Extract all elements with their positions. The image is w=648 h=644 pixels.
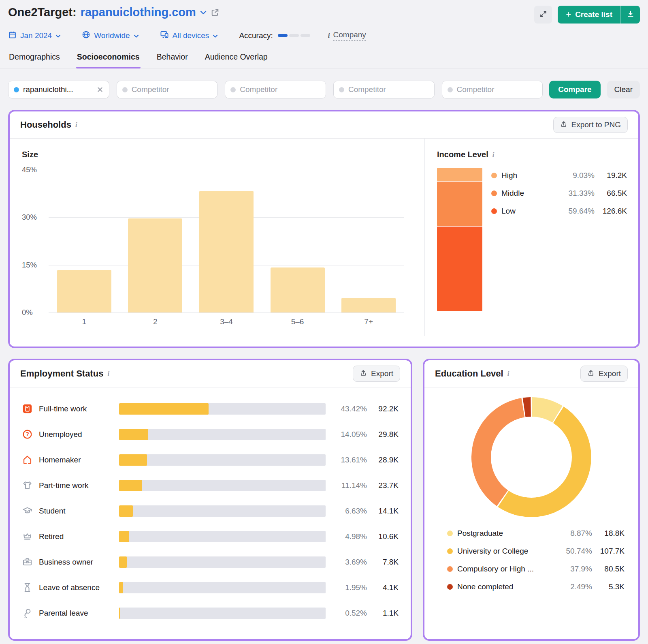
accuracy-indicator: Accuracy: — [239, 31, 310, 40]
competitor-input[interactable]: Competitor — [225, 81, 326, 98]
households-title: Households — [20, 120, 71, 130]
employment-bar[interactable] — [119, 608, 326, 619]
employment-status-panel: Employment Status i Export Full-time wor… — [8, 359, 412, 641]
tab-bar: DemographicsSocioeconomicsBehaviorAudien… — [0, 51, 648, 68]
date-filter[interactable]: Jan 2024 — [8, 30, 61, 41]
calendar-icon — [8, 30, 17, 41]
briefcase-icon — [22, 556, 34, 567]
tab-socioeconomics[interactable]: Socioeconomics — [76, 51, 141, 68]
selected-domain-chip[interactable]: rapanuiclothi... — [8, 81, 109, 98]
download-button[interactable] — [620, 6, 640, 24]
company-link[interactable]: Company — [333, 30, 366, 41]
size-chart-x-labels: 123–45–67+ — [49, 317, 404, 326]
legend-label: None completed — [457, 582, 555, 591]
competitor-input[interactable]: Competitor — [333, 81, 435, 98]
accuracy-label: Accuracy: — [239, 31, 273, 40]
clear-button[interactable]: Clear — [607, 81, 640, 98]
employment-bar[interactable] — [119, 505, 326, 517]
employment-bar[interactable] — [119, 454, 326, 466]
legend-percent: 2.49% — [555, 582, 592, 591]
size-bar-2[interactable] — [128, 218, 182, 312]
y-axis-tick: 45% — [22, 165, 43, 174]
tab-demographics[interactable]: Demographics — [8, 51, 61, 68]
expand-icon — [539, 10, 547, 19]
legend-count: 19.2K — [595, 171, 627, 180]
employment-bar-fill — [119, 505, 133, 517]
date-filter-value: Jan 2024 — [20, 31, 52, 40]
income-segment-middle[interactable] — [437, 182, 482, 226]
employment-count: 10.6K — [367, 532, 399, 541]
size-bars — [49, 170, 404, 312]
rattle-icon — [22, 608, 34, 618]
competitor-input[interactable]: Competitor — [442, 81, 543, 98]
create-list-button[interactable]: + Create list — [558, 6, 620, 24]
employment-count: 7.8K — [367, 558, 399, 567]
legend-count: 80.5K — [592, 565, 625, 573]
legend-count: 18.8K — [592, 529, 625, 538]
tab-behavior[interactable]: Behavior — [156, 51, 189, 68]
home-icon — [22, 454, 34, 465]
employment-bar[interactable] — [119, 556, 326, 568]
chevron-down-icon[interactable] — [200, 11, 207, 15]
legend-dot — [447, 531, 453, 536]
tab-audience-overlap[interactable]: Audience Overlap — [204, 51, 269, 68]
expand-button[interactable] — [534, 6, 552, 24]
chevron-down-icon — [55, 31, 61, 40]
info-icon[interactable]: i — [507, 370, 509, 378]
employment-bar[interactable] — [119, 429, 326, 440]
upload-icon — [560, 120, 567, 130]
size-bar-3–4[interactable] — [199, 191, 254, 312]
region-filter[interactable]: Worldwide — [82, 30, 139, 41]
legend-percent: 31.33% — [557, 189, 595, 198]
employment-bar[interactable] — [119, 531, 326, 542]
compare-button[interactable]: Compare — [549, 81, 600, 98]
competitor-color-dot — [448, 87, 453, 92]
target-domain-link[interactable]: rapanuiclothing.com — [81, 6, 196, 19]
employment-percent: 3.69% — [326, 558, 367, 567]
income-segment-high[interactable] — [437, 168, 482, 181]
x-axis-label: 2 — [120, 317, 191, 326]
employment-export-button[interactable]: Export — [353, 366, 400, 382]
education-legend: Postgraduate8.87%18.8KUniversity or Coll… — [447, 526, 625, 631]
hourglass-icon — [22, 582, 34, 593]
employment-count: 92.2K — [367, 404, 399, 413]
employment-bar[interactable] — [119, 403, 326, 415]
svg-text:?: ? — [26, 431, 29, 437]
employment-bar[interactable] — [119, 480, 326, 491]
employment-row: Business owner3.69%7.8K — [22, 553, 399, 571]
page-title: One2Target: rapanuiclothing.com — [8, 6, 220, 19]
bar-cell — [49, 170, 120, 312]
employment-row: Parental leave0.52%1.1K — [22, 604, 399, 622]
education-export-button[interactable]: Export — [580, 366, 628, 382]
donut-slice-compulsory-or-high[interactable] — [471, 398, 524, 506]
employment-bar-fill — [119, 429, 148, 440]
income-segment-low[interactable] — [437, 227, 482, 311]
competitor-input[interactable]: Competitor — [117, 81, 218, 98]
info-icon[interactable]: i — [328, 32, 330, 40]
size-bar-1[interactable] — [57, 270, 111, 312]
page-title-group: One2Target: rapanuiclothing.com — [8, 6, 220, 19]
devices-filter[interactable]: All devices — [160, 30, 218, 41]
info-icon[interactable]: i — [492, 151, 495, 159]
employment-bar[interactable] — [119, 582, 326, 593]
export-to-png-button[interactable]: Export to PNG — [553, 117, 628, 133]
legend-label: University or College — [457, 547, 555, 556]
competitor-placeholder: Competitor — [457, 85, 537, 94]
size-bar-7+[interactable] — [341, 298, 396, 312]
external-link-icon[interactable] — [211, 8, 220, 17]
donut-slice-university-or-college[interactable] — [498, 407, 591, 517]
info-icon[interactable]: i — [75, 121, 77, 129]
legend-label: Postgraduate — [457, 529, 555, 538]
competitor-bar: rapanuiclothi...CompetitorCompetitorComp… — [8, 81, 640, 98]
info-icon[interactable]: i — [107, 370, 109, 378]
remove-domain-button[interactable] — [96, 86, 104, 93]
size-bar-5–6[interactable] — [271, 267, 325, 312]
graduation-cap-icon — [22, 505, 34, 516]
employment-bar-fill — [119, 582, 123, 593]
employment-label: Student — [39, 507, 119, 516]
close-icon — [97, 87, 103, 92]
plus-icon: + — [566, 10, 571, 19]
employment-bar-fill — [119, 608, 120, 619]
legend-dot — [491, 173, 497, 178]
education-header: Education Level i Export — [424, 360, 638, 387]
